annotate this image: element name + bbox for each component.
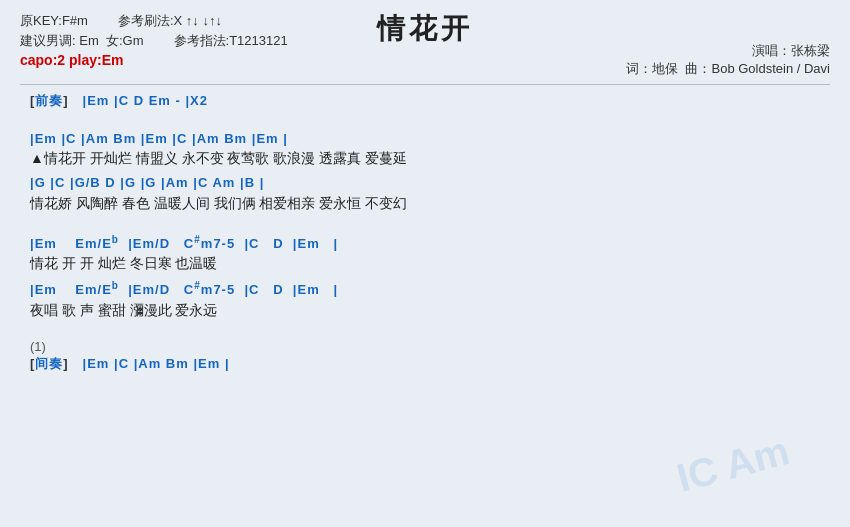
verse1-section: |Em |C |Am Bm |Em |C |Am Bm |Em | ▲情花开 开… xyxy=(30,129,820,214)
strum-info: 参考刷法:X ↑↓ ↓↑↓ xyxy=(118,12,222,30)
header-right: 演唱：张栋梁 词：地保 曲：Bob Goldstein / Davi xyxy=(626,42,830,78)
lyrics-music-info: 词：地保 曲：Bob Goldstein / Davi xyxy=(626,60,830,78)
interlude-paren: (1) xyxy=(30,339,820,354)
verse1-lyric-row1: ▲情花开 开灿烂 情盟义 永不变 夜莺歌 歌浪漫 透露真 爱蔓延 xyxy=(30,148,820,169)
interlude-section: (1) [间奏] |Em |C |Am Bm |Em | xyxy=(30,339,820,374)
header-left: 原KEY:F#m 参考刷法:X ↑↓ ↓↑↓ 建议男调: Em 女:Gm 参考指… xyxy=(20,12,288,68)
prelude-section: [前奏] |Em |C D Em - |X2 xyxy=(30,91,820,111)
verse2-chord-row2: |Em Em/Eb |Em/D C#m7-5 |C D |Em | xyxy=(30,278,820,300)
song-title: 情花开 xyxy=(377,10,473,48)
verse2-section: |Em Em/Eb |Em/D C#m7-5 |C D |Em | 情花 开 开… xyxy=(30,232,820,322)
verse1-chord-row2: |G |C |G/B D |G |G |Am |C Am |B | xyxy=(30,173,820,193)
watermark: IC Am xyxy=(672,428,794,501)
prelude-line: [前奏] |Em |C D Em - |X2 xyxy=(30,91,820,111)
original-key: 原KEY:F#m xyxy=(20,12,88,30)
interlude-label: [间奏] xyxy=(30,356,73,371)
fingering-info: 参考指法:T1213121 xyxy=(174,32,288,50)
verse2-chord-row1: |Em Em/Eb |Em/D C#m7-5 |C D |Em | xyxy=(30,232,820,254)
prelude-chords: |Em |C D Em - |X2 xyxy=(83,93,208,108)
song-content: [前奏] |Em |C D Em - |X2 |Em |C |Am Bm |Em… xyxy=(20,91,830,374)
verse1-chord-row1: |Em |C |Am Bm |Em |C |Am Bm |Em | xyxy=(30,129,820,149)
suggested-key: 建议男调: Em 女:Gm xyxy=(20,32,144,50)
verse2-lyric-row2: 夜唱 歌 声 蜜甜 瀰漫此 爱永远 xyxy=(30,300,820,321)
interlude-chords: |Em |C |Am Bm |Em | xyxy=(83,356,230,371)
interlude-line: [间奏] |Em |C |Am Bm |Em | xyxy=(30,354,820,374)
prelude-label: [前奏] xyxy=(30,93,73,108)
divider xyxy=(20,84,830,85)
singer-info: 演唱：张栋梁 xyxy=(752,42,830,60)
capo-info: capo:2 play:Em xyxy=(20,52,288,68)
verse1-lyric-row2: 情花娇 风陶醉 春色 温暖人间 我们俩 相爱相亲 爱永恒 不变幻 xyxy=(30,193,820,214)
verse2-lyric-row1: 情花 开 开 灿烂 冬日寒 也温暖 xyxy=(30,253,820,274)
